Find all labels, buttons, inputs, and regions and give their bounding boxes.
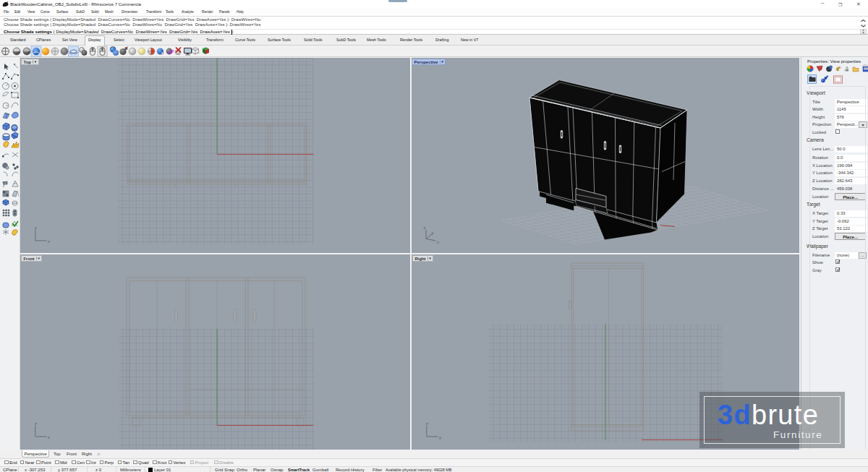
svg-text:z: z <box>426 421 428 426</box>
svg-text:z: z <box>35 421 37 426</box>
svg-text:x: x <box>437 240 439 244</box>
svg-text:x: x <box>48 239 50 244</box>
svg-text:y: y <box>439 435 441 439</box>
svg-text:x: x <box>48 435 50 439</box>
svg-text:y: y <box>432 231 434 235</box>
svg-text:y: y <box>35 226 37 230</box>
svg-text:z: z <box>424 226 426 230</box>
